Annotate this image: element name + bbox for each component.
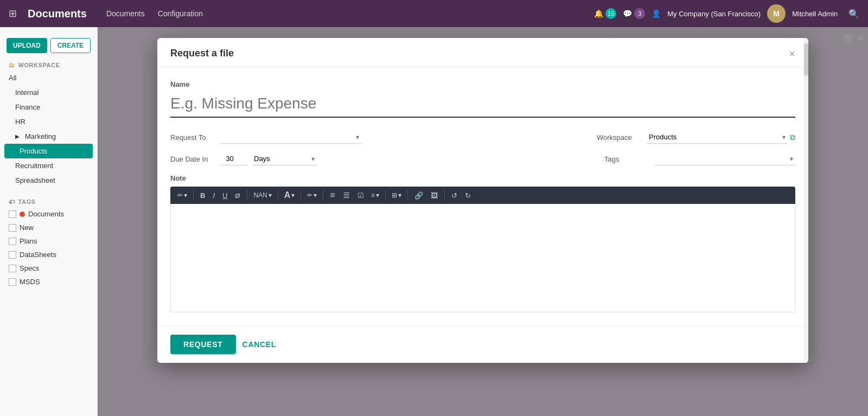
form-row-1: Request To Workspace [170, 131, 795, 144]
toolbar-image-button[interactable]: 🖼 [427, 190, 441, 201]
topbar: ⊞ Documents Documents Configuration 🔔 15… [0, 0, 868, 27]
sidebar: UPLOAD CREATE 🗂 WORKSPACE All Internal F… [0, 27, 98, 416]
request-to-select[interactable] [220, 131, 361, 144]
due-date-unit-select[interactable]: Days Weeks Months [252, 152, 317, 165]
dialog-body: Name Request To Workspace [157, 67, 808, 325]
tag-documents[interactable]: Documents [0, 207, 97, 221]
tag-specs[interactable]: Specs [0, 261, 97, 275]
request-to-wrapper [220, 131, 361, 144]
request-to-group: Request To [170, 131, 361, 144]
toolbar-table-dropdown[interactable]: ⊞ ▾ [389, 190, 404, 201]
tag-new[interactable]: New [0, 221, 97, 234]
topbar-nav: Documents Configuration [106, 9, 203, 18]
toolbar-divider-4 [301, 190, 301, 201]
content-area: ⊞ ≡ Request a file × Name Request To [98, 27, 868, 416]
font-dropdown-arrow: ▾ [269, 191, 272, 199]
toolbar-strikethrough-button[interactable]: ⌀ [232, 189, 244, 202]
tags-group: Tags [604, 152, 795, 165]
tag-checkbox-documents[interactable] [9, 210, 16, 218]
tags-label: Tags [604, 155, 648, 163]
tag-datasheets[interactable]: DataSheets [0, 248, 97, 261]
sidebar-item-all[interactable]: All [0, 71, 97, 85]
user-avatar[interactable]: M [767, 4, 786, 23]
tag-checkbox-specs[interactable] [9, 265, 16, 272]
due-date-inputs: Days Weeks Months [220, 152, 317, 165]
toolbar-numbered-list-button[interactable]: ≣ [340, 189, 353, 202]
font-name-label: NAN [253, 191, 267, 199]
toolbar-divider-3 [278, 190, 278, 201]
workspace-external-link-icon[interactable]: ⧉ [790, 133, 795, 142]
upload-button[interactable]: UPLOAD [7, 38, 47, 53]
folder-icon: 🗂 [9, 62, 15, 68]
due-date-number-input[interactable] [220, 152, 247, 165]
note-section: Note ✏ ▾ B I U ⌀ NAN [170, 174, 795, 312]
toolbar-divider-1 [193, 190, 194, 201]
toolbar-pen-dropdown[interactable]: ✏ ▾ [175, 190, 190, 201]
align-icon: ≡ [371, 191, 375, 199]
sidebar-item-marketing[interactable]: ▶ Marketing [0, 129, 97, 144]
tag-icon: 🏷 [9, 199, 15, 205]
nav-documents[interactable]: Documents [106, 9, 145, 18]
color-icon: ✏ [307, 191, 312, 199]
sidebar-item-products[interactable]: Products [4, 144, 93, 158]
toolbar-font-dropdown[interactable]: NAN ▾ [251, 190, 274, 201]
tags-section-title: 🏷 TAGS [0, 194, 97, 207]
toolbar-divider-7 [407, 190, 408, 201]
name-input[interactable] [170, 93, 795, 118]
dialog-footer: REQUEST CANCEL [157, 325, 808, 363]
dialog-close-button[interactable]: × [789, 48, 795, 59]
sidebar-item-spreadsheet[interactable]: Spreadsheet [0, 173, 97, 188]
toolbar-divider-6 [385, 190, 386, 201]
sidebar-item-recruitment[interactable]: Recruitment [0, 158, 97, 173]
toolbar-bullet-list-button[interactable]: ≡ [327, 189, 338, 202]
tag-msds[interactable]: MSDS [0, 275, 97, 289]
sidebar-item-finance[interactable]: Finance [0, 100, 97, 114]
toolbar-underline-button[interactable]: U [219, 190, 231, 201]
request-to-label: Request To [170, 133, 214, 142]
toolbar-align-dropdown[interactable]: ≡ ▾ [368, 190, 382, 201]
tag-checkbox-msds[interactable] [9, 278, 16, 286]
color-dropdown-arrow: ▾ [314, 191, 317, 199]
toolbar-fontsize-dropdown[interactable]: A ▾ [282, 189, 298, 202]
notification-badge-2[interactable]: 3 [634, 8, 645, 19]
workspace-select[interactable]: Products [647, 131, 788, 144]
tags-select[interactable] [654, 152, 795, 165]
name-field-label: Name [170, 80, 795, 88]
tag-checkbox-datasheets[interactable] [9, 251, 16, 259]
fontsize-dropdown-arrow: ▾ [291, 191, 295, 199]
tag-checkbox-plans[interactable] [9, 238, 16, 245]
sidebar-item-hr[interactable]: HR [0, 114, 97, 129]
pen-dropdown-arrow: ▾ [184, 191, 187, 199]
table-icon: ⊞ [392, 191, 397, 199]
toolbar-italic-button[interactable]: I [209, 190, 218, 201]
toolbar-link-button[interactable]: 🔗 [411, 190, 426, 201]
scrollbar-thumb[interactable] [804, 43, 808, 76]
toolbar-bold-button[interactable]: B [197, 190, 208, 201]
toolbar-checkbox-list-button[interactable]: ☑ [354, 190, 367, 201]
nav-configuration[interactable]: Configuration [158, 9, 203, 18]
sidebar-item-internal[interactable]: Internal [0, 85, 97, 100]
toolbar-color-dropdown[interactable]: ✏ ▾ [304, 190, 320, 201]
note-editor[interactable] [170, 204, 795, 312]
form-row-2: Due Date In Days Weeks Months [170, 152, 795, 165]
notification-badge-1[interactable]: 15 [605, 8, 616, 19]
cancel-button[interactable]: CANCEL [242, 340, 277, 349]
toolbar-undo-button[interactable]: ↺ [448, 190, 461, 201]
dialog-title: Request a file [170, 48, 234, 59]
app-title: Documents [28, 8, 87, 20]
tag-checkbox-new[interactable] [9, 224, 16, 232]
scrollbar-track[interactable] [804, 38, 808, 363]
main-layout: UPLOAD CREATE 🗂 WORKSPACE All Internal F… [0, 27, 868, 416]
toolbar-redo-button[interactable]: ↻ [462, 190, 474, 201]
tag-plans[interactable]: Plans [0, 234, 97, 248]
workspace-wrapper: Products [647, 131, 788, 144]
grid-icon[interactable]: ⊞ [9, 8, 17, 20]
topbar-right: 🔔 15 💬 3 👤 My Company (San Francisco) M … [594, 4, 838, 23]
search-icon[interactable]: 🔍 [848, 9, 859, 19]
workspace-group: Workspace Products ⧉ [597, 131, 795, 144]
request-button[interactable]: REQUEST [170, 335, 236, 354]
workspace-row: Products ⧉ [647, 131, 795, 144]
create-button[interactable]: CREATE [50, 38, 91, 53]
align-dropdown-arrow: ▾ [376, 191, 379, 199]
toolbar-divider-8 [444, 190, 445, 201]
